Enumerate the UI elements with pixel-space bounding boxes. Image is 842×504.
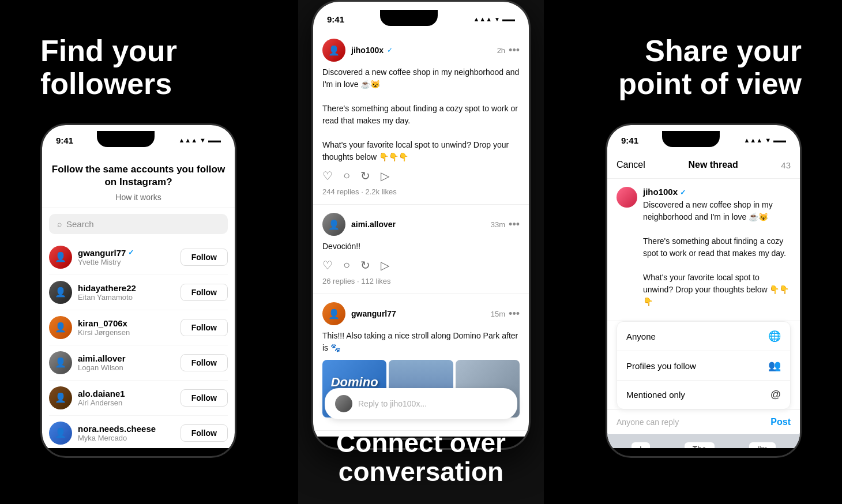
- post1-text1: Discovered a new coffee shop in my neigh…: [322, 67, 519, 89]
- post1-text3: What's your favorite local spot to unwin…: [322, 140, 509, 161]
- compose-avatar: [617, 187, 637, 208]
- compose-text: Discovered a new coffee shop in my neigh…: [643, 199, 791, 308]
- user-avatar: 👤: [49, 281, 72, 304]
- compose-username: jiho100x ✓: [643, 187, 791, 197]
- post1-likes: 2.2k likes: [365, 187, 396, 196]
- search-bar[interactable]: ⌕ Search: [49, 214, 228, 234]
- post1-stats: 244 replies · 2.2k likes: [322, 187, 520, 196]
- follow-username: kiran_0706x: [78, 318, 175, 328]
- share-icon[interactable]: ▷: [381, 169, 389, 183]
- follow-info: nora.needs.cheese Myka Mercado: [78, 424, 175, 442]
- post1-actions: ♡ ○ ↻ ▷: [322, 169, 520, 183]
- follow-button[interactable]: Follow: [181, 319, 228, 336]
- follow-username: hidayathere22: [78, 283, 175, 293]
- left-status-icons: ▲▲▲ ▼ ▬▬: [178, 137, 221, 144]
- keyboard: I The I'm qwertyuiop asdfghjkl zxcvbnm: [607, 434, 800, 448]
- reply-option-anyone[interactable]: Anyone 🌐: [617, 322, 790, 351]
- reply-option-anyone-label: Anyone: [626, 332, 656, 341]
- keyboard-suggestions: I The I'm: [610, 439, 798, 448]
- share2-icon[interactable]: ▷: [381, 258, 389, 272]
- anyone-icon: 🌐: [768, 330, 781, 343]
- reply-option-mentioned[interactable]: Mentioned only @: [617, 381, 790, 409]
- following-icon: 👥: [768, 359, 781, 372]
- follow-name: Myka Mercado: [78, 434, 175, 442]
- right-panel: Share your point of view 9:41 ▲▲▲ ▼ ▬▬ C…: [544, 0, 842, 504]
- suggestion-3[interactable]: I'm: [749, 442, 776, 448]
- reply-option-mentioned-label: Mentioned only: [626, 390, 685, 400]
- char-count: 43: [781, 160, 791, 170]
- user-avatar: 👤: [49, 386, 72, 409]
- follow-info: alo.daiane1 Airi Andersen: [78, 389, 175, 407]
- follow-button[interactable]: Follow: [181, 424, 228, 442]
- compose-user: jiho100x ✓ Discovered a new coffee shop …: [617, 187, 791, 308]
- right-headline-line2: point of view: [618, 67, 802, 100]
- post3-more[interactable]: •••: [509, 308, 520, 320]
- right-status-bar: 9:41 ▲▲▲ ▼ ▬▬: [607, 125, 800, 152]
- follow-button[interactable]: Follow: [181, 354, 228, 371]
- follow-item: 👤 kiran_0706x Kirsi Jørgensen Follow: [49, 310, 228, 345]
- follow-item: 👤 gwangurl77✓ Yvette Mistry Follow: [49, 240, 228, 275]
- post1-verified: ✓: [387, 46, 393, 54]
- post2-avatar: 👤: [322, 213, 345, 236]
- comment-icon[interactable]: ○: [343, 169, 350, 183]
- mentioned-icon: @: [770, 389, 781, 401]
- compose-text3: What's your favorite local spot to unwin…: [643, 273, 789, 306]
- post1-meta: jiho100x ✓ 2h •••: [351, 44, 520, 57]
- post-footer: Anyone can reply Post: [607, 409, 800, 434]
- suggestion-1[interactable]: I: [632, 442, 650, 448]
- follow-name: Logan Wilson: [78, 363, 175, 372]
- suggestion-2[interactable]: The: [685, 442, 715, 448]
- right-time: 9:41: [621, 136, 638, 145]
- repost-icon[interactable]: ↻: [360, 169, 370, 183]
- follow-button[interactable]: Follow: [181, 389, 228, 407]
- post3-avatar: 👤: [322, 302, 345, 325]
- follow-name: Kirsi Jørgensen: [78, 328, 175, 337]
- post1-text2: There's something about finding a cozy s…: [322, 104, 518, 125]
- repost2-icon[interactable]: ↻: [360, 258, 370, 272]
- follow-info: aimi.allover Logan Wilson: [78, 353, 175, 372]
- follow-username: nora.needs.cheese: [78, 424, 175, 434]
- post3-text: This!!! Also taking a nice stroll along …: [322, 330, 520, 354]
- right-headline-line1: Share your: [645, 34, 802, 67]
- reply-option-following-label: Profiles you follow: [626, 361, 696, 371]
- left-phone-content: Follow the same accounts you follow on I…: [42, 152, 235, 448]
- follow-name: Yvette Mistry: [78, 258, 175, 266]
- thread-compose: jiho100x ✓ Discovered a new coffee shop …: [607, 179, 800, 321]
- reply-bar[interactable]: Reply to jiho100x...: [325, 388, 517, 419]
- follow-button[interactable]: Follow: [181, 284, 228, 301]
- post2-stats: 26 replies · 112 likes: [322, 277, 520, 285]
- how-it-works-link[interactable]: How it works: [51, 193, 225, 202]
- follow-username: gwangurl77✓: [78, 248, 175, 258]
- post1-avatar: 👤: [322, 39, 345, 62]
- follow-username: alo.daiane1: [78, 389, 175, 398]
- post2-replies: 26 replies: [322, 277, 355, 285]
- post2-username: aimi.allover: [351, 220, 396, 229]
- comment2-icon[interactable]: ○: [343, 258, 350, 272]
- like-icon[interactable]: ♡: [322, 169, 333, 183]
- post2-likes: 112 likes: [361, 277, 390, 285]
- post2-actions: ♡ ○ ↻ ▷: [322, 258, 520, 272]
- post2-more[interactable]: •••: [509, 219, 520, 231]
- post1-more[interactable]: •••: [509, 44, 520, 57]
- verified-icon: ✓: [128, 249, 134, 257]
- user-avatar: 👤: [49, 316, 72, 339]
- left-panel: Find your followers 9:41 ▲▲▲ ▼ ▬▬ Follow…: [0, 0, 298, 504]
- post3-time: 15m: [491, 310, 505, 318]
- follow-button[interactable]: Follow: [181, 249, 228, 266]
- right-headline: Share your point of view: [618, 35, 802, 100]
- center-headline: Connect over conversation: [336, 428, 506, 487]
- follow-info: kiran_0706x Kirsi Jørgensen: [78, 318, 175, 337]
- compose-verified: ✓: [680, 189, 686, 197]
- follow-item: 👤 nora.needs.cheese Myka Mercado Follow: [49, 416, 228, 449]
- new-thread-header: Cancel New thread 43: [607, 152, 800, 179]
- follow-item: 👤 alo.daiane1 Airi Andersen Follow: [49, 381, 228, 416]
- cancel-button[interactable]: Cancel: [617, 160, 645, 170]
- post1-username: jiho100x: [351, 46, 384, 55]
- anyone-can-reply: Anyone can reply: [617, 418, 679, 427]
- follow-item: 👤 hidayathere22 Eitan Yamamoto Follow: [49, 275, 228, 310]
- post-button[interactable]: Post: [770, 417, 791, 427]
- like2-icon[interactable]: ♡: [322, 258, 333, 272]
- post1-text: Discovered a new coffee shop in my neigh…: [322, 66, 520, 163]
- reply-option-following[interactable]: Profiles you follow 👥: [617, 351, 790, 381]
- post2-time: 33m: [491, 220, 505, 229]
